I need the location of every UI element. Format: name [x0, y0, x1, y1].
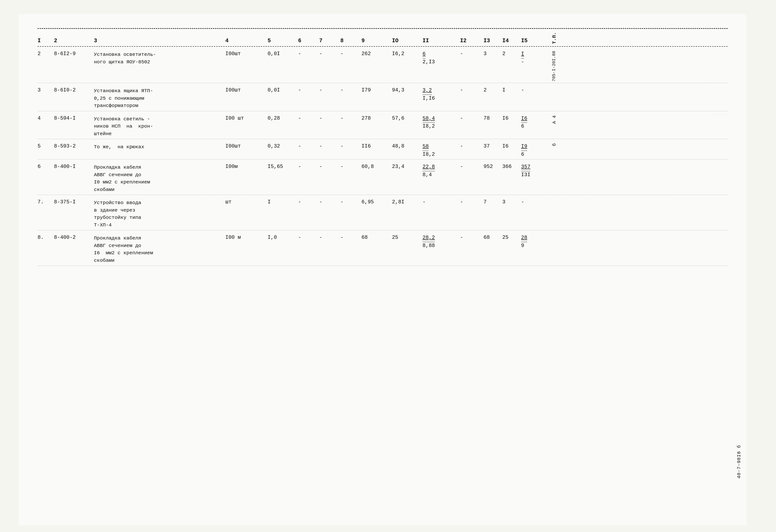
- row-code: 8-6I0-2: [54, 87, 94, 93]
- row-c12: -: [460, 87, 483, 93]
- row-c15: I9 6: [521, 143, 552, 158]
- row-c12: -: [460, 164, 483, 170]
- header-col-8: 8: [340, 38, 362, 44]
- row-c9: II6: [362, 143, 392, 149]
- row-c9: I79: [362, 87, 392, 93]
- row-c5: I5,65: [267, 164, 298, 170]
- table-row: 5 8-593-2 То же, на крюках I00шт 0,32 - …: [37, 139, 728, 160]
- row-c7: -: [319, 51, 340, 57]
- header-col-2: 2: [54, 38, 94, 44]
- row-c11: 6 2,I3: [422, 51, 460, 65]
- table-row: 2 8-6I2-9 Установка осветитель-ного щитк…: [37, 47, 728, 83]
- row-desc: То же, на крюках: [94, 143, 225, 151]
- header-col-5: 5: [267, 38, 298, 44]
- row-desc: Прокладка кабеляАВВГ сечением доI6 мм2 с…: [94, 235, 225, 264]
- row-c9: 6,95: [362, 199, 392, 205]
- header-col-11: II: [422, 38, 460, 44]
- row-c14: 25: [502, 235, 521, 240]
- row-c15: I6 6: [521, 115, 552, 130]
- row-c8: -: [340, 199, 362, 205]
- row-c8: -: [340, 143, 362, 149]
- row-c7: -: [319, 143, 340, 149]
- row-c13: 37: [483, 143, 502, 149]
- row-c5: 0,0I: [267, 51, 298, 57]
- row-c7: -: [319, 235, 340, 240]
- row-tp: 705-I-20I.88: [552, 51, 570, 81]
- row-c14: I6: [502, 115, 521, 121]
- document-code-label: 40-7-98I8 б: [736, 445, 742, 479]
- header-col-1: I: [37, 38, 54, 44]
- row-c13: 3: [483, 51, 502, 57]
- row-c6: -: [298, 199, 319, 205]
- row-c8: -: [340, 87, 362, 93]
- row-c11: -: [422, 199, 460, 205]
- row-c8: -: [340, 235, 362, 240]
- row-c15: -: [521, 199, 552, 205]
- table-row: 8. 8-400-2 Прокладка кабеляАВВГ сечением…: [37, 230, 728, 266]
- row-c7: -: [319, 115, 340, 121]
- row-c15: -: [521, 87, 552, 93]
- row-c12: -: [460, 51, 483, 57]
- row-c8: -: [340, 164, 362, 170]
- row-c5: 0,28: [267, 115, 298, 121]
- row-c7: -: [319, 199, 340, 205]
- row-c6: -: [298, 164, 319, 170]
- row-tp: б: [552, 143, 570, 146]
- row-c10: 2,8I: [392, 199, 422, 205]
- row-c11: 58,4 I8,2: [422, 115, 460, 130]
- row-unit: I00шт: [225, 143, 267, 149]
- row-c10: 48,8: [392, 143, 422, 149]
- row-c13: 2: [483, 87, 502, 93]
- row-c15: I -: [521, 51, 552, 65]
- row-num: 8.: [37, 235, 54, 240]
- row-c10: 94,3: [392, 87, 422, 93]
- row-c5: 0,0I: [267, 87, 298, 93]
- table-row: 3 8-6I0-2 Установка ящика ЯТП-0,25 с пон…: [37, 83, 728, 111]
- row-c13: 7: [483, 199, 502, 205]
- row-c5: I: [267, 199, 298, 205]
- row-c10: 25: [392, 235, 422, 240]
- row-c12: -: [460, 115, 483, 121]
- row-c7: -: [319, 164, 340, 170]
- row-c8: -: [340, 115, 362, 121]
- row-unit: I00 шт: [225, 115, 267, 121]
- header-col-6: 6: [298, 38, 319, 44]
- row-c6: -: [298, 143, 319, 149]
- header-col-tp: Т.П.: [552, 32, 570, 44]
- table-row: 4 8-594-I Установка светиль -ников НСП н…: [37, 111, 728, 139]
- row-c6: -: [298, 51, 319, 57]
- header-col-3: 3: [94, 38, 225, 44]
- row-c5: 0,32: [267, 143, 298, 149]
- row-c9: 278: [362, 115, 392, 121]
- row-unit: шт: [225, 199, 267, 205]
- row-code: 8-593-2: [54, 143, 94, 149]
- header-col-14: I4: [502, 38, 521, 44]
- row-code: 8-400-I: [54, 164, 94, 170]
- row-c13: 952: [483, 164, 502, 170]
- row-c9: 262: [362, 51, 392, 57]
- row-c10: I6,2: [392, 51, 422, 57]
- row-c7: -: [319, 87, 340, 93]
- row-c14: 2: [502, 51, 521, 57]
- row-num: 3: [37, 87, 54, 93]
- row-c8: -: [340, 51, 362, 57]
- row-unit: I00шт: [225, 51, 267, 57]
- row-code: 8-594-I: [54, 115, 94, 121]
- row-desc: Установка ящика ЯТП-0,25 с понижающимтра…: [94, 87, 225, 109]
- page: I 2 3 4 5 6 7 8 9 IO II I2 I3 I4 I5 Т.П.…: [19, 14, 746, 525]
- row-c13: 68: [483, 235, 502, 240]
- row-code: 8-375-I: [54, 199, 94, 205]
- header-col-15: I5: [521, 38, 552, 44]
- header-col-10: IO: [392, 38, 422, 44]
- header-col-7: 7: [319, 38, 340, 44]
- row-c10: 23,4: [392, 164, 422, 170]
- row-c12: -: [460, 143, 483, 149]
- header-col-9: 9: [362, 38, 392, 44]
- row-unit: I00м: [225, 164, 267, 170]
- row-c11: 28,2 8,88: [422, 235, 460, 249]
- header-col-12: I2: [460, 38, 483, 44]
- row-c14: I: [502, 87, 521, 93]
- row-c15: 357 I3I: [521, 164, 552, 178]
- row-num: 6: [37, 164, 54, 170]
- row-desc: Установка осветитель-ного щитка ЯОУ-8502: [94, 51, 225, 66]
